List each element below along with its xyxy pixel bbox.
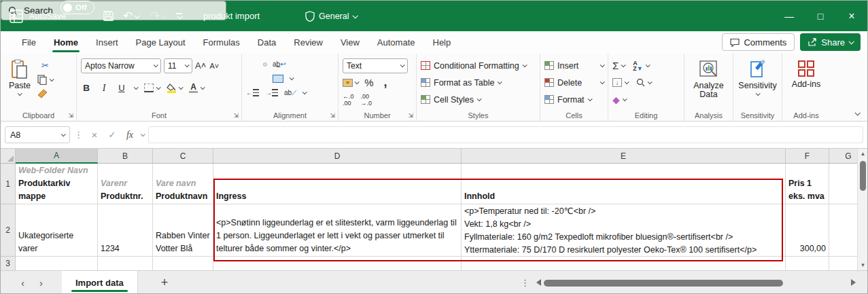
tab-view[interactable]: View — [332, 31, 368, 54]
select-all-corner[interactable] — [1, 149, 16, 164]
vertical-scrollbar[interactable]: ▲ ▼ — [857, 149, 867, 270]
alignment-dialog-launcher[interactable]: ⇲ — [330, 113, 335, 119]
number-format-select[interactable]: Text — [343, 58, 408, 73]
row-header-1[interactable]: 1 — [1, 164, 16, 204]
tab-formulas[interactable]: Formulas — [194, 31, 249, 54]
accounting-format-icon[interactable]: ¤ — [343, 79, 353, 87]
format-as-table-button[interactable]: Format as Table — [421, 74, 536, 91]
formula-bar-handle[interactable]: ⋮ — [74, 130, 84, 140]
next-sheet-icon[interactable]: › — [39, 277, 43, 289]
sort-filter-icon[interactable]: AZ▼ — [633, 60, 642, 71]
minimize-button[interactable]: — — [774, 1, 805, 31]
delete-cells-button[interactable]: Delete — [544, 74, 604, 91]
tab-data[interactable]: Data — [249, 31, 285, 54]
column-header-b[interactable]: B — [98, 149, 153, 164]
align-center-icon[interactable] — [255, 77, 258, 80]
add-ins-button[interactable]: Add-ins — [786, 57, 826, 91]
name-box[interactable]: A8 — [5, 126, 70, 143]
cell-e1[interactable]: Innhold — [462, 164, 786, 204]
fill-color-icon[interactable] — [167, 84, 176, 93]
tab-insert[interactable]: Insert — [87, 31, 127, 54]
font-name-select[interactable]: Aptos Narrow — [81, 58, 161, 73]
add-sheet-button[interactable]: + — [161, 276, 169, 290]
scrollbar-resize-handle[interactable]: ⋮ — [521, 278, 530, 288]
sort-filter-dropdown-icon[interactable] — [645, 62, 650, 67]
redo-button[interactable]: ↷ — [150, 1, 166, 31]
row-header-2[interactable]: 2 — [1, 204, 16, 257]
prev-sheet-icon[interactable]: ‹ — [21, 277, 24, 289]
enter-icon[interactable]: ✓ — [105, 130, 119, 140]
close-button[interactable]: × — [836, 1, 867, 31]
find-select-icon[interactable] — [636, 78, 645, 87]
tab-page-layout[interactable]: Page Layout — [127, 31, 194, 54]
cell-b2[interactable]: 1234 — [98, 204, 153, 257]
tab-help[interactable]: Help — [424, 31, 460, 54]
decrease-decimal-icon[interactable]: .00→.0 — [361, 94, 372, 105]
share-button[interactable]: Share — [800, 33, 861, 51]
clear-dropdown-icon[interactable] — [622, 96, 627, 101]
column-header-d[interactable]: D — [213, 149, 462, 164]
font-dialog-launcher[interactable]: ⇲ — [233, 113, 239, 119]
autosum-dropdown-icon[interactable] — [621, 62, 626, 67]
cell-e2[interactable]: <p>Temperatur ned til: -20℃<br /> Vekt: … — [462, 204, 786, 257]
font-size-select[interactable]: 11 — [164, 58, 192, 73]
cell-d3[interactable] — [213, 257, 462, 270]
formula-input[interactable] — [148, 126, 863, 143]
save-icon[interactable] — [103, 1, 114, 31]
italic-button[interactable]: I — [99, 83, 109, 94]
sensitivity-label-button[interactable]: General — [305, 1, 357, 31]
underline-button[interactable]: U — [116, 83, 127, 94]
undo-button[interactable]: ↶ — [123, 1, 139, 31]
fx-dropdown-icon[interactable] — [141, 132, 145, 136]
font-color-icon[interactable]: A — [189, 84, 198, 93]
merge-center-icon[interactable] — [273, 75, 283, 83]
cell-f1[interactable]: Pris 1 eks. mva — [786, 164, 829, 204]
cancel-icon[interactable]: × — [88, 129, 101, 141]
fill-dropdown-icon[interactable] — [625, 79, 629, 84]
maximize-button[interactable]: □ — [805, 1, 836, 31]
comments-button[interactable]: Comments — [722, 33, 795, 51]
orientation-dropdown-icon[interactable] — [302, 90, 307, 94]
scroll-right-icon[interactable] — [851, 279, 856, 286]
cell-a2[interactable]: Ukategoriserte varer — [16, 204, 98, 257]
cell-a3[interactable] — [16, 257, 98, 270]
tab-file[interactable]: File — [13, 31, 45, 54]
tab-review[interactable]: Review — [285, 31, 332, 54]
sensitivity-button[interactable]: Sensitivity — [737, 57, 778, 98]
cell-c3[interactable] — [153, 257, 213, 270]
fill-color-dropdown-icon[interactable] — [179, 85, 184, 90]
insert-function-icon[interactable]: fx — [123, 130, 137, 141]
cell-e3[interactable] — [462, 257, 786, 270]
cell-c1[interactable]: Vare navn Produktnavn — [153, 164, 213, 204]
row-header-3[interactable]: 3 — [1, 257, 16, 270]
scroll-up-icon[interactable]: ▲ — [858, 151, 867, 157]
format-painter-icon[interactable] — [37, 89, 48, 98]
orientation-icon[interactable]: ab⟋ — [284, 88, 296, 98]
vertical-scroll-thumb[interactable] — [860, 161, 866, 191]
bold-button[interactable]: B — [81, 83, 92, 94]
find-dropdown-icon[interactable] — [648, 79, 653, 84]
cell-b3[interactable] — [98, 257, 153, 270]
cut-icon[interactable]: ✂ — [37, 60, 53, 71]
tab-automate[interactable]: Automate — [368, 31, 424, 54]
cell-a1[interactable]: Web-Folder Navn Produktarkiv mappe — [16, 164, 98, 204]
increase-font-size-icon[interactable]: A˄ — [195, 60, 206, 71]
accounting-dropdown-icon[interactable] — [355, 79, 360, 84]
column-header-f[interactable]: F — [786, 149, 829, 164]
borders-icon[interactable] — [144, 84, 154, 92]
tab-home[interactable]: Home — [45, 31, 87, 54]
align-left-icon[interactable] — [246, 77, 249, 80]
underline-dropdown-icon[interactable] — [134, 85, 139, 90]
insert-cells-button[interactable]: Insert — [544, 57, 604, 74]
wrap-text-icon[interactable]: ab̲↩ — [273, 59, 286, 70]
increase-decimal-icon[interactable]: ←.0.00 — [343, 94, 354, 105]
column-header-c[interactable]: C — [153, 149, 213, 164]
merge-dropdown-icon[interactable] — [290, 75, 294, 80]
cell-f3[interactable] — [786, 257, 829, 270]
percent-style-icon[interactable]: % — [364, 77, 375, 88]
decrease-font-size-icon[interactable]: A˅ — [209, 60, 220, 71]
conditional-formatting-button[interactable]: Conditional Formatting — [421, 57, 536, 74]
autosave-toggle[interactable]: Off — [60, 1, 94, 14]
bottom-align-icon[interactable] — [264, 63, 266, 66]
autosum-icon[interactable]: Σ — [612, 60, 619, 71]
